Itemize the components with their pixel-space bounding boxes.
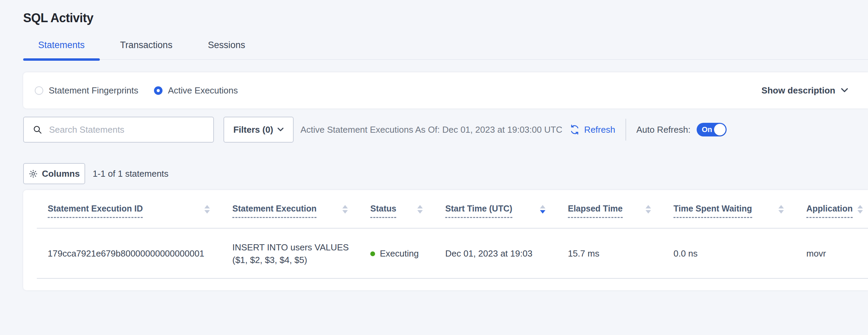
refresh-button[interactable]: Refresh xyxy=(569,124,615,135)
page-title: SQL Activity xyxy=(23,12,868,25)
sort-icon[interactable] xyxy=(646,205,651,214)
show-description-label: Show description xyxy=(761,85,835,96)
cell-statement: INSERT INTO users VALUES ($1, $2, $3, $4… xyxy=(225,229,363,279)
search-box xyxy=(23,117,214,143)
toolbar: Filters (0) Active Statement Executions … xyxy=(23,117,868,143)
view-mode-card: Statement Fingerprints Active Executions… xyxy=(23,72,868,108)
sort-icon[interactable] xyxy=(857,205,863,214)
sort-icon[interactable] xyxy=(417,205,423,214)
as-of-timestamp-text: Active Statement Executions As Of: Dec 0… xyxy=(300,125,562,135)
filters-button-label: Filters (0) xyxy=(233,125,273,135)
table-row: 179cca7921e679b80000000000000001 INSERT … xyxy=(23,229,868,279)
sort-icon[interactable] xyxy=(778,205,784,214)
cell-time-spent-waiting: 0.0 ns xyxy=(666,229,799,279)
radio-selected-icon xyxy=(154,86,162,95)
column-header-application[interactable]: Application xyxy=(799,190,868,229)
refresh-label: Refresh xyxy=(584,125,615,135)
columns-button-label: Columns xyxy=(42,169,80,179)
search-input[interactable] xyxy=(49,125,207,135)
toggle-state-label: On xyxy=(702,125,712,134)
cell-status: Executing xyxy=(363,229,438,279)
table-controls-row: Columns 1-1 of 1 statements xyxy=(23,163,868,184)
status-label: Executing xyxy=(380,248,419,259)
refresh-icon xyxy=(569,124,580,135)
view-mode-radio-group: Statement Fingerprints Active Executions xyxy=(35,85,253,96)
vertical-divider xyxy=(625,119,626,141)
cell-elapsed-time: 15.7 ms xyxy=(560,229,666,279)
statements-table: Statement Execution ID Statement Executi… xyxy=(23,190,868,290)
column-header-statement-execution[interactable]: Statement Execution xyxy=(225,190,363,229)
cell-start-time: Dec 01, 2023 at 19:03 xyxy=(438,229,560,279)
column-header-time-spent-waiting[interactable]: Time Spent Waiting xyxy=(666,190,799,229)
table-header-row: Statement Execution ID Statement Executi… xyxy=(23,190,868,229)
sort-icon[interactable] xyxy=(540,205,545,214)
sort-icon[interactable] xyxy=(204,205,210,214)
auto-refresh-label: Auto Refresh: xyxy=(636,125,691,135)
radio-active-executions[interactable]: Active Executions xyxy=(154,85,238,96)
status-dot xyxy=(370,251,375,256)
tab-statements[interactable]: Statements xyxy=(23,40,100,59)
chevron-down-icon xyxy=(841,88,848,93)
toggle-knob xyxy=(714,124,726,135)
radio-label-statement-fingerprints: Statement Fingerprints xyxy=(49,85,138,96)
gear-icon xyxy=(29,169,38,178)
cell-application: movr xyxy=(799,229,868,279)
column-header-status[interactable]: Status xyxy=(363,190,438,229)
sql-activity-page: SQL Activity Statements Transactions Ses… xyxy=(0,12,868,335)
search-icon xyxy=(33,125,42,134)
radio-statement-fingerprints[interactable]: Statement Fingerprints xyxy=(35,85,138,96)
statement-text-line2: ($1, $2, $3, $4, $5) xyxy=(232,254,307,266)
column-header-start-time[interactable]: Start Time (UTC) xyxy=(438,190,560,229)
filters-button[interactable]: Filters (0) xyxy=(223,117,294,143)
tab-bar: Statements Transactions Sessions xyxy=(23,40,868,60)
column-header-statement-execution-id[interactable]: Statement Execution ID xyxy=(23,190,225,229)
radio-label-active-executions: Active Executions xyxy=(168,85,238,96)
tab-sessions[interactable]: Sessions xyxy=(193,40,260,59)
chevron-down-icon xyxy=(277,128,284,132)
tab-transactions[interactable]: Transactions xyxy=(105,40,188,59)
show-description-toggle[interactable]: Show description xyxy=(761,85,848,96)
columns-button[interactable]: Columns xyxy=(23,163,85,184)
sort-icon[interactable] xyxy=(342,205,348,214)
results-count: 1-1 of 1 statements xyxy=(93,169,169,179)
cell-execution-id: 179cca7921e679b80000000000000001 xyxy=(23,229,225,279)
column-header-elapsed-time[interactable]: Elapsed Time xyxy=(560,190,666,229)
statement-text-line1: INSERT INTO users VALUES xyxy=(232,241,349,254)
radio-unselected-icon xyxy=(35,86,43,95)
auto-refresh-toggle[interactable]: On xyxy=(697,123,727,136)
